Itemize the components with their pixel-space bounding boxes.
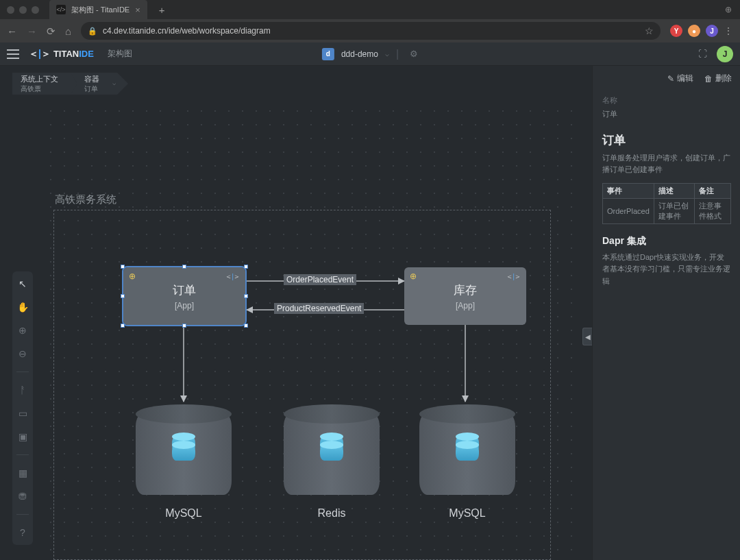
enter-node-icon[interactable]: ＜|＞ — [506, 271, 521, 282]
edit-button[interactable]: ✎编辑 — [667, 73, 693, 84]
resize-handle[interactable] — [244, 265, 248, 269]
table-row[interactable]: OrderPlaced 订单已创建事件 注意事件格式 — [603, 198, 731, 223]
bookmark-star-icon[interactable]: ☆ — [645, 25, 654, 36]
project-icon: d — [322, 48, 334, 60]
chevron-down-icon[interactable]: ⌵ — [112, 80, 116, 88]
resize-handle[interactable] — [121, 294, 125, 298]
workspace: 系统上下文 高铁票 容器 订单 ⌵ ↖ ✋ ⊕ ⊖ ᚨ ▭ ▣ ▦ ⛃ ? 高铁… — [0, 66, 740, 560]
brand-suffix: IDE — [79, 49, 94, 59]
container-shape-icon[interactable]: ▣ — [16, 430, 29, 443]
box-shape-icon[interactable]: ▭ — [16, 406, 29, 420]
node-mysql-1[interactable]: MySQL — [136, 413, 232, 520]
new-tab-button[interactable]: + — [159, 4, 165, 16]
resize-handle[interactable] — [244, 324, 248, 328]
minimize-window-dot[interactable] — [19, 6, 27, 14]
chevron-down-icon[interactable]: ⌵ — [385, 50, 389, 58]
grid-icon[interactable]: ▦ — [16, 466, 29, 480]
details-panel: ✎编辑 🗑删除 名称 订单 订单 订单服务处理用户请求，创建订单，广播订单已创建… — [592, 66, 740, 560]
dapr-description: 本系统通过Dapr快速实现业务，开发者基本没有学习门槛，只需专注业务逻辑 — [593, 252, 740, 295]
project-selector[interactable]: d ddd-demo ⌵ | ⚙ — [322, 48, 418, 60]
ext-icon-purple[interactable]: J — [706, 25, 718, 37]
ext-icon-orange[interactable]: ● — [688, 25, 700, 37]
zoom-in-node-icon[interactable]: ⊕ — [410, 271, 417, 281]
resize-handle[interactable] — [182, 324, 186, 328]
close-window-dot[interactable] — [7, 6, 14, 14]
forward-button[interactable]: → — [27, 26, 37, 36]
meta-name-label: 名称 — [602, 94, 730, 108]
table-header: 事件 — [603, 183, 654, 198]
pencil-icon: ✎ — [667, 74, 674, 84]
node-subtitle: [App] — [175, 301, 194, 311]
details-description: 订单服务处理用户请求，创建订单，广播订单已创建事件 — [593, 152, 740, 183]
node-title: 订单 — [173, 282, 196, 298]
maximize-window-dot[interactable] — [32, 6, 39, 14]
lock-icon: 🔒 — [88, 27, 97, 36]
node-label: Redis — [284, 507, 380, 520]
node-label: MySQL — [419, 507, 515, 520]
node-label: MySQL — [136, 507, 232, 520]
node-subtitle: [App] — [456, 301, 475, 311]
gear-icon[interactable]: ⚙ — [410, 49, 418, 59]
url-text: c4.dev.titanide.cn/ide/web/workspace/dia… — [103, 26, 639, 36]
edge-label-product-reserved[interactable]: ProductReservedEvent — [274, 303, 364, 314]
table-header: 备注 — [694, 183, 730, 198]
brand-logo[interactable]: ＜|＞ TITANIDE — [29, 48, 94, 60]
node-title: 库存 — [454, 282, 477, 298]
brand-prefix: TITAN — [53, 49, 79, 59]
breadcrumb-item-context[interactable]: 系统上下文 高铁票 — [12, 73, 71, 95]
zoom-out-icon[interactable]: ⊖ — [16, 347, 29, 361]
window-expand-icon[interactable]: ⊕ — [725, 5, 732, 14]
browser-menu-icon[interactable]: ⋮ — [724, 25, 733, 36]
cursor-tool-icon[interactable]: ↖ — [16, 277, 29, 291]
back-button[interactable]: ← — [7, 26, 17, 36]
zoom-in-icon[interactable]: ⊕ — [16, 324, 29, 337]
dapr-heading: Dapr 集成 — [593, 234, 740, 252]
details-heading: 订单 — [593, 125, 740, 152]
tool-rail: ↖ ✋ ⊕ ⊖ ᚨ ▭ ▣ ▦ ⛃ ? — [12, 271, 33, 545]
close-tab-icon[interactable]: × — [135, 5, 140, 14]
events-table: 事件 描述 备注 OrderPlaced 订单已创建事件 注意事件格式 — [602, 183, 731, 224]
fullscreen-icon[interactable]: ⛶ — [698, 49, 707, 59]
tab-title: 架构图 - TitanIDE — [71, 5, 130, 15]
node-redis[interactable]: Redis — [284, 413, 380, 520]
breadcrumb-item-container[interactable]: 容器 订单 ⌵ — [71, 73, 117, 95]
database-icon — [172, 436, 195, 463]
node-mysql-2[interactable]: MySQL — [419, 413, 515, 520]
collapse-panel-button[interactable]: ◀ — [582, 328, 592, 345]
hand-tool-icon[interactable]: ✋ — [16, 300, 29, 314]
resize-handle[interactable] — [244, 294, 248, 298]
delete-button[interactable]: 🗑删除 — [704, 73, 732, 84]
resize-handle[interactable] — [182, 265, 186, 269]
traffic-lights[interactable] — [7, 6, 39, 14]
project-name: ddd-demo — [341, 49, 378, 59]
app-header: ＜|＞ TITANIDE 架构图 d ddd-demo ⌵ | ⚙ ⛶ J — [0, 42, 740, 66]
tab-favicon: </> — [56, 5, 66, 14]
table-header: 描述 — [654, 183, 694, 198]
avatar[interactable]: J — [717, 46, 733, 62]
breadcrumb: 系统上下文 高铁票 容器 订单 ⌵ — [12, 73, 117, 95]
zoom-in-node-icon[interactable]: ⊕ — [129, 271, 136, 281]
address-bar[interactable]: 🔒 c4.dev.titanide.cn/ide/web/workspace/d… — [81, 22, 661, 40]
edge-label-order-placed[interactable]: OrderPlacedEvent — [284, 274, 356, 285]
browser-tab[interactable]: </> 架构图 - TitanIDE × — [49, 0, 147, 19]
actor-shape-icon[interactable]: ᚨ — [16, 383, 29, 397]
hamburger-menu-icon[interactable] — [7, 49, 19, 59]
meta-name-value: 订单 — [602, 108, 730, 121]
reload-button[interactable]: ⟳ — [47, 26, 56, 36]
node-stock[interactable]: ⊕ ＜|＞ 库存 [App] — [404, 267, 526, 325]
database-icon — [320, 436, 343, 463]
resize-handle[interactable] — [121, 324, 125, 328]
home-button[interactable]: ⌂ — [65, 26, 71, 36]
node-order[interactable]: ⊕ ＜|＞ 订单 [App] — [123, 267, 245, 325]
diagram-canvas[interactable]: 高铁票务系统 OrderPlacedEvent ProductReservedE… — [44, 104, 582, 560]
help-icon[interactable]: ? — [16, 526, 29, 539]
enter-node-icon[interactable]: ＜|＞ — [225, 271, 240, 282]
ext-icon-red[interactable]: Y — [670, 25, 682, 37]
window-titlebar: </> 架构图 - TitanIDE × + ⊕ — [0, 0, 740, 19]
page-title: 架构图 — [108, 48, 132, 60]
browser-toolbar: ← → ⟳ ⌂ 🔒 c4.dev.titanide.cn/ide/web/wor… — [0, 19, 740, 42]
database-icon — [456, 436, 479, 463]
database-shape-icon[interactable]: ⛃ — [16, 489, 29, 503]
trash-icon: 🗑 — [704, 74, 713, 84]
resize-handle[interactable] — [121, 265, 125, 269]
